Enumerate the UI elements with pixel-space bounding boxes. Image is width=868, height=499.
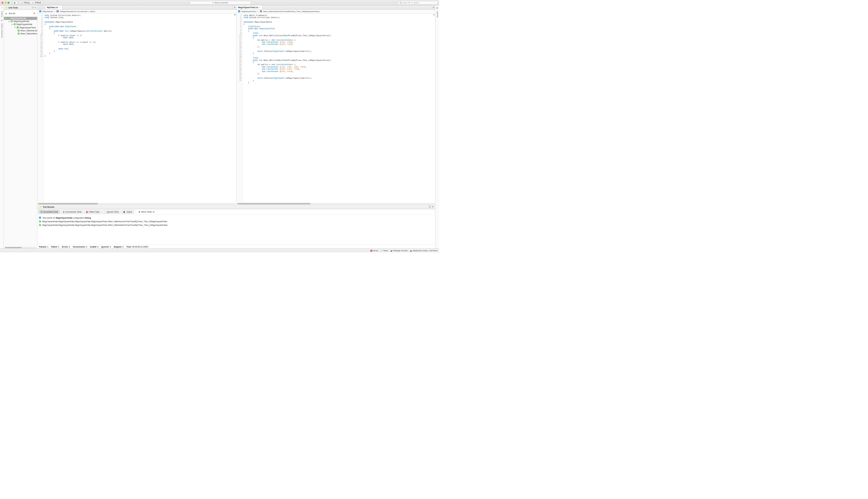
lightning-icon: ⚡ [39, 206, 41, 208]
tab-myclass[interactable]: MyClass.cs× [46, 5, 62, 9]
terminal-icon: ▣ [123, 211, 125, 213]
results-list: i Test results for MagicSquareKata confi… [37, 215, 435, 244]
tree-project[interactable]: ▼✓MagicSquareKata [4, 20, 37, 23]
info-icon: i [39, 217, 41, 219]
target-label: Default [35, 1, 41, 4]
terminal-icon: ▣ [391, 250, 392, 252]
bottom-errors[interactable]: ✕Errors [370, 250, 378, 252]
toolbox-tab[interactable]: Toolbox [1, 11, 3, 17]
tab-tests[interactable]: MagicSquareTests.cs× [237, 5, 263, 9]
rerun-tests[interactable]: ▶Rerun Tests [137, 210, 156, 214]
play-icon: ▶ [14, 1, 16, 4]
tab-dropdown[interactable]: ▾ [233, 5, 236, 9]
bottom-app-output[interactable]: ▣Application Output - Unit Tests [410, 250, 437, 252]
document-outline-tab[interactable]: Document Outline [1, 23, 3, 38]
dock-icon[interactable]: ☐ [429, 206, 431, 208]
panel-title: Unit Tests [9, 7, 18, 9]
lightning-icon: ⚡ [5, 6, 8, 9]
status-dot-icon [234, 14, 236, 16]
check-icon: ✓ [381, 250, 382, 252]
run-button[interactable]: ▶ [12, 1, 17, 4]
tree-root[interactable]: ▼✓MagicSquareKata [4, 17, 37, 20]
gutter-left: 1 2 3 4 5 6 7 8 9 10 11 12 13 14 15 16 1… [37, 14, 44, 203]
window-controls [1, 2, 9, 4]
results-title: Test Results [43, 206, 55, 208]
run-all-row[interactable]: ▶ Run All [4, 10, 37, 16]
terminal-icon: ▣ [410, 250, 412, 252]
configuration-selector[interactable]: ▭ Debug › ▭ Default [19, 1, 43, 4]
editor-right: MagicSquareTests.cs× ▾ MagicSquareTests … [236, 5, 435, 204]
error-icon: ✕ [370, 250, 372, 252]
test-results-panel: ⚡ Test Results ☐✕ ✓Successful Tests Inco… [37, 205, 435, 249]
maximize-window[interactable] [8, 2, 9, 4]
global-search[interactable]: 🔍 Press '⌘.' to search [398, 1, 438, 4]
close-icon[interactable]: × [59, 7, 60, 9]
filter-output[interactable]: ▣Output [121, 210, 134, 214]
unit-tests-panel: ⚡ Unit Tests ☐✕ ▶ Run All ▼✓MagicSquareK… [4, 5, 37, 248]
results-footer: Passed: 2 Failed: 0 Errors: 0 Inconclusi… [37, 244, 435, 248]
method-icon [260, 10, 262, 12]
search-icon: 🔍 [400, 1, 402, 4]
right-gutter: ▣ Solution [435, 5, 439, 248]
panel-header: ⚡ Unit Tests ☐✕ [4, 5, 37, 10]
tree-test-2[interactable]: ✓When_MatrixIsMoreThanThreeByThree_Then_… [4, 32, 37, 35]
tree-test-1[interactable]: ✓When_MatrixIsLessThanThreeByThree_Then_… [4, 29, 37, 32]
results-info-row: i Test results for MagicSquareKata confi… [39, 216, 434, 219]
error-icon: ✕ [86, 211, 88, 213]
bottom-tasks[interactable]: ✓Tasks [381, 250, 388, 252]
editor-hscroll-right[interactable] [237, 203, 435, 204]
config-label: Debug [24, 1, 29, 4]
close-icon[interactable]: ✕ [432, 206, 434, 208]
nav-back[interactable]: ‹ [37, 5, 41, 9]
method-icon [57, 10, 59, 12]
tree-class[interactable]: ▼✓MagicSquareTests [4, 26, 37, 29]
titlebar: ▶ ▭ Debug › ▭ Default ✔ Build successful… [0, 0, 439, 5]
namespace-icon [238, 10, 240, 12]
check-icon: ✔ [213, 1, 214, 4]
filter-successful[interactable]: ✓Successful Tests [38, 210, 60, 214]
sheet-icon: ▭ [32, 1, 34, 4]
bottom-bar: ✕Errors ✓Tasks ▣Package Console ▣Applica… [0, 248, 439, 252]
panel-hscroll[interactable] [5, 247, 36, 248]
tab-dropdown-right[interactable]: ▾ [432, 5, 435, 9]
code-left[interactable]: using System.Collections.Generic; using … [44, 14, 236, 203]
chevron-right-icon: › [31, 2, 31, 4]
filter-ignored[interactable]: ⚠Ignored Tests [102, 210, 120, 214]
result-row-2[interactable]: ✓MagicSquareKata.MagicSquareKata.MagicSq… [39, 223, 434, 227]
breadcrumb-left[interactable]: MagicSquare ▸ IsMagicSquare(List<List<de… [37, 10, 236, 13]
test-tree[interactable]: ▼✓MagicSquareKata ▼✓MagicSquareKata ▼✓Ma… [4, 17, 37, 247]
result-row-1[interactable]: ✓MagicSquareKata.MagicSquareKata.MagicSq… [39, 219, 434, 223]
minimize-window[interactable] [4, 2, 6, 4]
filter-inconclusive[interactable]: Inconclusive Tests [61, 210, 83, 214]
solution-tab[interactable]: Solution [437, 11, 438, 17]
close-window[interactable] [1, 2, 3, 4]
warning-icon: ⚠ [104, 211, 106, 213]
stop-icon[interactable] [153, 211, 155, 213]
bottom-package-console[interactable]: ▣Package Console [391, 250, 407, 252]
dock-icon[interactable]: ☐ [32, 7, 34, 9]
search-placeholder: Press '⌘.' to search [403, 1, 419, 4]
nav-forward[interactable]: › [41, 5, 46, 9]
results-header: ⚡ Test Results ☐✕ [37, 205, 435, 209]
breadcrumb-right[interactable]: MagicSquareTests ▸ When_MatrixIsMoreThan… [237, 10, 435, 13]
close-icon[interactable]: × [260, 7, 261, 9]
code-right[interactable]: using NUnit.Framework; using System.Coll… [243, 14, 435, 203]
namespace-icon [39, 10, 41, 12]
sheet-icon: ▭ [21, 1, 23, 4]
close-icon[interactable]: ✕ [34, 7, 36, 9]
filter-failed[interactable]: ✕Failed Tests [84, 210, 102, 214]
results-filterbar: ✓Successful Tests Inconclusive Tests ✕Fa… [37, 209, 435, 215]
solution-icon[interactable]: ▣ [437, 7, 438, 9]
toolbox-icon[interactable]: T [1, 7, 2, 9]
tab-bar-right: MagicSquareTests.cs× ▾ [237, 5, 435, 10]
play-icon: ▶ [139, 211, 140, 213]
tree-namespace[interactable]: ▼✓MagicSquareKata [4, 23, 37, 26]
tab-bar-left: ‹ › MyClass.cs× ▾ [37, 5, 236, 10]
build-status: ✔ Build successful. [190, 1, 251, 4]
circle-icon [63, 211, 65, 213]
editor-hscroll-left[interactable] [38, 203, 235, 204]
play-icon: ▶ [6, 12, 7, 14]
outline-icon[interactable]: ▤ [1, 19, 3, 21]
stop-icon[interactable] [34, 12, 35, 14]
left-gutter: T Toolbox ▤ Document Outline [0, 5, 4, 248]
